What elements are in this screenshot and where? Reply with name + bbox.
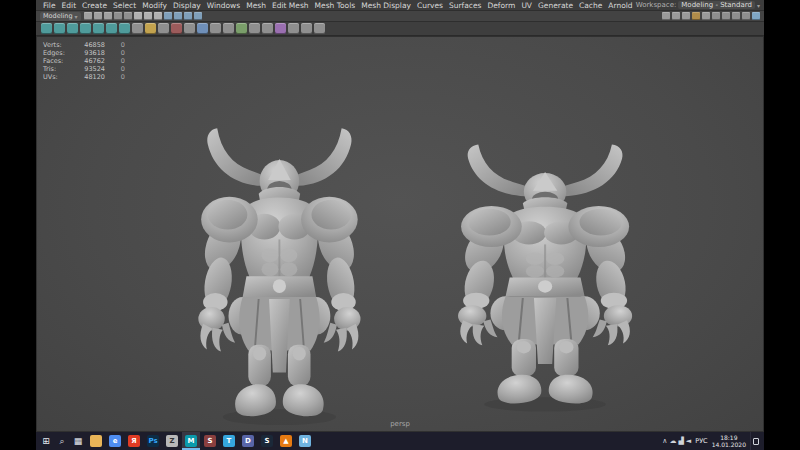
- menu-item[interactable]: Mesh Tools: [312, 0, 359, 11]
- menu-item[interactable]: Cache: [576, 0, 605, 11]
- poly-count-selected: 0: [105, 57, 125, 65]
- volume-icon[interactable]: ◄: [686, 437, 691, 445]
- maya-icon[interactable]: M: [182, 432, 200, 450]
- render-icon[interactable]: [662, 12, 670, 20]
- poly-sphere-icon[interactable]: [41, 23, 52, 34]
- poly-plane-icon[interactable]: [106, 23, 117, 34]
- crease-icon[interactable]: [275, 23, 286, 34]
- undo-icon[interactable]: [114, 12, 122, 20]
- action-center-button[interactable]: [750, 432, 760, 450]
- steam-icon[interactable]: S: [258, 432, 276, 450]
- file-explorer-icon[interactable]: [87, 432, 105, 450]
- poly-count-label: Edges:: [43, 49, 69, 57]
- extrude-icon[interactable]: [210, 23, 221, 34]
- yandex-browser-icon[interactable]: Я: [125, 432, 143, 450]
- network-icon[interactable]: ▟: [678, 437, 683, 445]
- menu-item[interactable]: Windows: [204, 0, 243, 11]
- app-glyph: N: [299, 435, 311, 447]
- menu-item[interactable]: Edit: [59, 0, 80, 11]
- hidden-icons-chevron[interactable]: ∧: [662, 437, 667, 445]
- poly-count-value: 46762: [69, 57, 105, 65]
- bridge-icon[interactable]: [223, 23, 234, 34]
- tray-icons: ∧☁▟◄: [662, 437, 691, 445]
- open-scene-icon[interactable]: [94, 12, 102, 20]
- render-settings-icon[interactable]: [682, 12, 690, 20]
- screen: FileEditCreateSelectModifyDisplayWindows…: [36, 0, 764, 450]
- toolbox-scale-icon[interactable]: [742, 12, 750, 20]
- menu-item[interactable]: File: [40, 0, 59, 11]
- telegram-icon[interactable]: T: [220, 432, 238, 450]
- clock[interactable]: 18:19 14.01.2020: [712, 434, 746, 448]
- poly-torus-icon[interactable]: [93, 23, 104, 34]
- bevel-icon[interactable]: [197, 23, 208, 34]
- redo-icon[interactable]: [124, 12, 132, 20]
- menu-set-dropdown[interactable]: Modeling ▾: [40, 12, 81, 21]
- media-player-icon[interactable]: ▲: [277, 432, 295, 450]
- booleans-icon[interactable]: [236, 23, 247, 34]
- selection-mask-component-icon[interactable]: [154, 12, 162, 20]
- menu-item[interactable]: Curves: [414, 0, 446, 11]
- sculpt-tool-icon[interactable]: [145, 23, 156, 34]
- viewport[interactable]: Verts: 46858 0 Edges: 93618 0 Faces: 467…: [36, 36, 764, 432]
- discord-icon[interactable]: D: [239, 432, 257, 450]
- separate-icon[interactable]: [288, 23, 299, 34]
- menu-item[interactable]: UV: [518, 0, 535, 11]
- smooth-icon[interactable]: [262, 23, 273, 34]
- menu-item[interactable]: Generate: [535, 0, 576, 11]
- toolbox-select-icon[interactable]: [712, 12, 720, 20]
- poly-cylinder-icon[interactable]: [67, 23, 78, 34]
- menu-item[interactable]: Display: [170, 0, 204, 11]
- workspace-selector[interactable]: Workspace: Modeling - Standard ▾: [636, 1, 760, 9]
- toolbox-rotate-icon[interactable]: [732, 12, 740, 20]
- snap-point-icon[interactable]: [184, 12, 192, 20]
- mirror-icon[interactable]: [249, 23, 260, 34]
- shelf: [36, 22, 764, 36]
- wedge-icon[interactable]: [314, 23, 325, 34]
- menu-item[interactable]: Deform: [484, 0, 518, 11]
- menu-item[interactable]: Mesh Display: [358, 0, 414, 11]
- menu-item[interactable]: Arnold: [605, 0, 635, 11]
- photoshop-icon[interactable]: Ps: [144, 432, 162, 450]
- new-scene-icon[interactable]: [84, 12, 92, 20]
- ipr-render-icon[interactable]: [672, 12, 680, 20]
- quad-draw-icon[interactable]: [158, 23, 169, 34]
- menu-item[interactable]: Edit Mesh: [269, 0, 312, 11]
- model-minotaur-right[interactable]: [458, 144, 633, 411]
- substance-icon[interactable]: S: [201, 432, 219, 450]
- search-button[interactable]: ⌕: [54, 432, 70, 450]
- start-button[interactable]: ⊞: [38, 432, 54, 450]
- poly-count-label: Tris:: [43, 65, 69, 73]
- poly-cube-icon[interactable]: [54, 23, 65, 34]
- platonic-solid-icon[interactable]: [132, 23, 143, 34]
- language-indicator[interactable]: РУС: [695, 437, 707, 445]
- menu-item[interactable]: Modify: [139, 0, 170, 11]
- viewport-canvas[interactable]: [37, 37, 763, 431]
- task-view-button[interactable]: ▦: [70, 432, 86, 450]
- model-minotaur-left[interactable]: [198, 128, 361, 425]
- layout-single-pane-icon[interactable]: [752, 12, 760, 20]
- menu-item[interactable]: Mesh: [243, 0, 269, 11]
- paint-effects-icon[interactable]: [702, 12, 710, 20]
- menu-item[interactable]: Create: [79, 0, 110, 11]
- snap-curve-icon[interactable]: [174, 12, 182, 20]
- snap-plane-icon[interactable]: [194, 12, 202, 20]
- save-scene-icon[interactable]: [104, 12, 112, 20]
- menu-item[interactable]: Select: [110, 0, 139, 11]
- notepad-icon[interactable]: N: [296, 432, 314, 450]
- selection-mask-object-icon[interactable]: [144, 12, 152, 20]
- poly-count-row: Verts: 46858 0: [43, 41, 125, 49]
- zbrush-icon[interactable]: Z: [163, 432, 181, 450]
- poly-disc-icon[interactable]: [119, 23, 130, 34]
- multi-cut-icon[interactable]: [171, 23, 182, 34]
- selection-mask-hierarchy-icon[interactable]: [134, 12, 142, 20]
- hypershade-icon[interactable]: [692, 12, 700, 20]
- poly-cone-icon[interactable]: [80, 23, 91, 34]
- target-weld-icon[interactable]: [184, 23, 195, 34]
- menu-item[interactable]: Surfaces: [446, 0, 484, 11]
- toolbox-move-icon[interactable]: [722, 12, 730, 20]
- combine-icon[interactable]: [301, 23, 312, 34]
- cloud-sync-icon[interactable]: ☁: [669, 437, 676, 445]
- browser-icon[interactable]: e: [106, 432, 124, 450]
- menu-bar: FileEditCreateSelectModifyDisplayWindows…: [36, 0, 764, 11]
- snap-grid-icon[interactable]: [164, 12, 172, 20]
